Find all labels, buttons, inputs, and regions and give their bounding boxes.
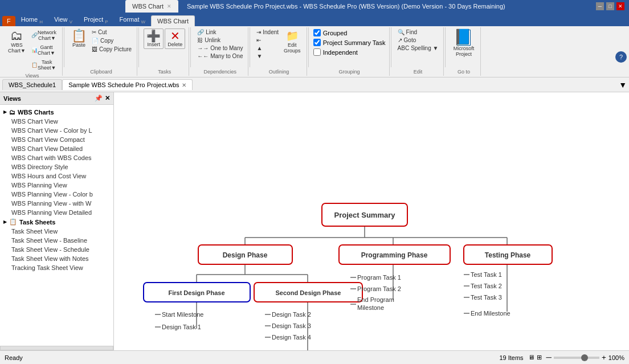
design-task-1-text: Design Task 1: [162, 324, 201, 330]
wbs-chart-view-item[interactable]: WBS Chart View: [0, 117, 113, 126]
microsoft-project-button[interactable]: 📘 MicrosoftProject: [451, 28, 477, 58]
sidebar-tree: ▸ 🗂 WBS Charts WBS Chart View WBS Chart …: [0, 105, 113, 346]
tab-format[interactable]: Format W: [114, 14, 151, 26]
edit-groups-button[interactable]: 📁 EditGroups: [281, 28, 303, 55]
move-down-button[interactable]: ▼: [255, 52, 280, 60]
task-sheet-schedule-item[interactable]: Task Sheet View - Schedule: [0, 245, 113, 254]
grouped-checkbox[interactable]: [313, 29, 321, 36]
wbs-color-by-l-item[interactable]: WBS Chart View - Color by L: [0, 126, 113, 135]
edit-group-label: Edit: [414, 69, 423, 75]
wbs-directory-item[interactable]: WBS Directory Style: [0, 162, 113, 171]
network-icon: 🔗: [31, 32, 38, 38]
paste-icon: 📋: [71, 30, 87, 42]
edit-groups-icon: 📁: [286, 30, 299, 42]
tasks-group-label: Tasks: [158, 69, 171, 75]
wbs-charts-section[interactable]: ▸ 🗂 WBS Charts: [0, 107, 113, 117]
one-to-many-button[interactable]: →→One to Many: [195, 44, 244, 52]
indent-button[interactable]: ⇥ Indent: [255, 28, 280, 36]
wbs-detailed-item[interactable]: WBS Chart View Detailed: [0, 144, 113, 153]
zoom-control[interactable]: ─ + 100%: [546, 353, 624, 362]
ribbon: 🗂 WBSChart▼ 🔗 NetworkChart▼ 📊 GanttChart…: [0, 26, 629, 77]
ribbon-group-grouping: Grouped Project Summary Task Independent…: [310, 27, 390, 76]
main-layout: Views 📌 ✕ ▸ 🗂 WBS Charts WBS Chart View …: [0, 92, 629, 350]
link-button[interactable]: 🔗Link: [195, 28, 218, 36]
project-summary-task-checkbox[interactable]: [313, 39, 321, 46]
tab-close-icon[interactable]: ✕: [182, 82, 186, 88]
clipboard-group-label: Clipboard: [90, 69, 112, 75]
outdent-button[interactable]: ⇤: [255, 36, 280, 44]
zoom-slider[interactable]: [554, 357, 599, 359]
zoom-out-button[interactable]: ─: [546, 353, 552, 362]
tab-dropdown-button[interactable]: ▼: [619, 80, 627, 89]
maximize-button[interactable]: □: [606, 2, 614, 10]
insert-button[interactable]: ➕ Insert: [144, 28, 164, 49]
copy-button[interactable]: 📄Copy: [90, 37, 133, 44]
tab-file[interactable]: F: [2, 16, 15, 26]
tab-sample-project[interactable]: Sample WBS Schedule Pro Project.wbs ✕: [62, 79, 192, 90]
wbs-planning-detailed-item[interactable]: WBS Planning View Detailed: [0, 208, 113, 217]
test-task-3-text: Test Task 3: [471, 294, 502, 301]
one-to-many-icon: →→: [197, 45, 209, 51]
copy-icon: 📄: [92, 38, 99, 44]
close-button[interactable]: ✕: [616, 2, 624, 10]
project-summary-task-row: Project Summary Task: [313, 38, 386, 47]
window-controls[interactable]: ─ □ ✕: [596, 2, 624, 10]
end-program-milestone-text: End Program: [357, 296, 394, 303]
delete-button[interactable]: ✕ Delete: [165, 28, 185, 49]
gantt-chart-button[interactable]: 📊 GanttChart▼: [29, 43, 59, 57]
unlink-button[interactable]: ⛓Unlink: [195, 36, 222, 44]
paste-button[interactable]: 📋 Paste: [69, 28, 89, 49]
grid-icon: ⊞: [537, 354, 542, 361]
grouping-group-label: Grouping: [339, 69, 360, 75]
network-chart-button[interactable]: 🔗 NetworkChart▼: [29, 28, 59, 42]
independent-label: Independent: [323, 49, 358, 56]
sidebar-pin-icon[interactable]: 📌: [95, 95, 103, 102]
chart-area: Project Summary Design Phase Programming…: [114, 92, 629, 350]
wbs-chart-btn-label: WBSChart▼: [8, 42, 26, 54]
delete-icon: ✕: [170, 30, 180, 42]
task-sheets-section[interactable]: ▸ 📋 Task Sheets: [0, 217, 113, 227]
many-to-one-button[interactable]: ←←Many to One: [195, 52, 244, 60]
zoom-in-button[interactable]: +: [602, 353, 606, 362]
wbs-codes-item[interactable]: WBS Chart with WBS Codes: [0, 153, 113, 162]
spelling-icon: ABC: [398, 45, 410, 51]
wbs-planning-with-item[interactable]: WBS Planning View - with W: [0, 199, 113, 208]
separator-7: [445, 27, 446, 67]
task-sheet-view-item[interactable]: Task Sheet View: [0, 227, 113, 236]
ribbon-group-dependencies: 🔗Link ⛓Unlink →→One to Many ←←Many to On…: [192, 27, 248, 76]
spelling-button[interactable]: ABCSpelling ▼: [396, 44, 440, 52]
tracking-task-sheet-item[interactable]: Tracking Task Sheet View: [0, 263, 113, 272]
design-task-4-text: Design Task 4: [272, 334, 311, 341]
tab-project[interactable]: Project P: [78, 14, 114, 26]
wbs-chart-button[interactable]: 🗂 WBSChart▼: [6, 28, 28, 55]
sidebar-close-icon[interactable]: ✕: [105, 95, 110, 102]
find-button[interactable]: 🔍Find: [396, 28, 419, 36]
test-task-1-text: Test Task 1: [471, 271, 502, 278]
wbs-charts-label: WBS Charts: [18, 109, 54, 116]
grouped-checkbox-row: Grouped: [313, 28, 348, 37]
wbs-planning-item[interactable]: WBS Planning View: [0, 181, 113, 190]
task-sheet-notes-item[interactable]: Task Sheet View with Notes: [0, 254, 113, 263]
tab-home[interactable]: Home H: [15, 14, 48, 26]
help-button[interactable]: ?: [615, 51, 627, 63]
independent-checkbox[interactable]: [313, 48, 321, 56]
task-sheet-button[interactable]: 📋 TaskSheet▼: [29, 58, 59, 72]
app-title: Sample WBS Schedule Pro Project.wbs - WB…: [187, 3, 505, 10]
cut-button[interactable]: ✂Cut: [90, 28, 133, 36]
tab-view[interactable]: View V: [48, 14, 78, 26]
sidebar-scrollbar-h[interactable]: [0, 346, 113, 350]
tab-wbs-schedule1[interactable]: WBS_Schedule1: [2, 79, 62, 90]
task-sheet-baseline-item[interactable]: Task Sheet View - Baseline: [0, 236, 113, 245]
minimize-button[interactable]: ─: [596, 2, 604, 10]
wbs-compact-item[interactable]: WBS Chart View Compact: [0, 135, 113, 144]
goto-button[interactable]: ↗Goto: [396, 36, 418, 44]
wbs-planning-color-item[interactable]: WBS Planning View - Color b: [0, 190, 113, 199]
insert-icon: ➕: [146, 30, 161, 42]
move-up-button[interactable]: ▲: [255, 44, 280, 52]
design-task-3-text: Design Task 3: [272, 322, 311, 329]
wbs-chart-icon: 🗂: [10, 30, 23, 42]
tab-wbs-chart[interactable]: WBS Chart: [151, 15, 195, 26]
copy-picture-button[interactable]: 🖼Copy Picture: [90, 46, 133, 53]
wbs-hours-cost-item[interactable]: WBS Hours and Cost View: [0, 171, 113, 181]
end-milestone-text: End Milestone: [471, 310, 510, 317]
